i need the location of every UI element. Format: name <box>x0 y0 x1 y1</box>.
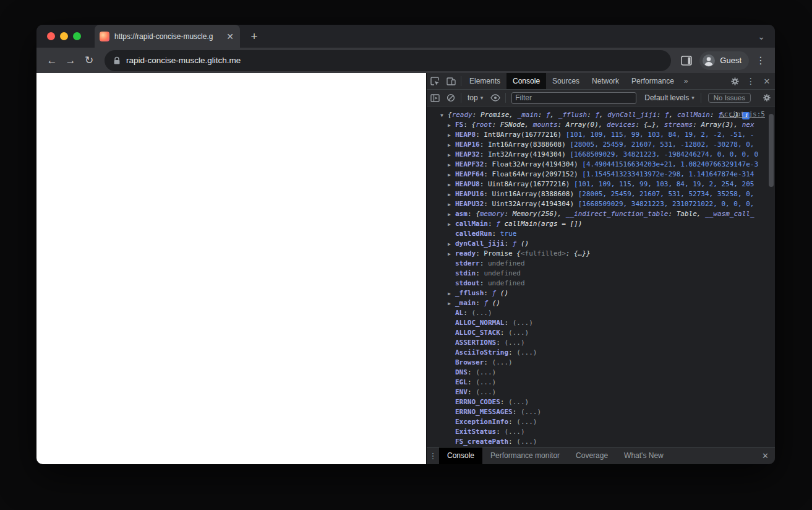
browser-tab[interactable]: https://rapid-concise-muscle.g ✕ <box>95 25 240 48</box>
profile-name: Guest <box>720 56 741 65</box>
devtools-tab-elements[interactable]: Elements <box>463 73 506 89</box>
console-text-segment: : <box>513 408 521 416</box>
console-text-segment: (...) <box>516 438 537 446</box>
console-row: ▶asm: {memory: Memory(256), __indirect_f… <box>427 209 775 219</box>
source-link[interactable]: script.js:5 <box>720 110 765 118</box>
console-text-segment: stdout <box>455 279 480 287</box>
device-toolbar-icon[interactable] <box>443 73 459 89</box>
drawer-tab-coverage[interactable]: Coverage <box>568 447 616 464</box>
log-levels-selector[interactable]: Default levels ▾ <box>640 93 699 102</box>
collapse-arrow-icon[interactable]: ▼ <box>440 111 448 120</box>
back-button[interactable]: ← <box>43 51 61 70</box>
profile-button[interactable]: Guest <box>699 51 749 70</box>
expand-arrow-icon[interactable]: ▶ <box>448 131 455 140</box>
console-filter-input[interactable] <box>511 92 636 104</box>
browser-menu-button[interactable]: ⋮ <box>753 54 769 66</box>
expand-arrow-icon[interactable]: ▶ <box>448 299 455 308</box>
console-text-segment: , <box>669 111 677 119</box>
console-text-segment: : <box>468 388 476 396</box>
devtools-panel: Elements Console Sources Network Perform… <box>426 73 775 464</box>
devtools-close-icon[interactable]: ✕ <box>759 73 775 89</box>
console-text-segment: (...) <box>508 398 529 406</box>
devtools-tab-sources[interactable]: Sources <box>546 73 586 89</box>
minimize-window-button[interactable] <box>60 32 68 40</box>
drawer-close-icon[interactable]: ✕ <box>756 451 775 460</box>
console-text-segment: HEAPF32 <box>455 160 484 168</box>
maximize-window-button[interactable] <box>73 32 81 40</box>
console-row: AL: (...) <box>427 308 775 318</box>
expand-arrow-icon[interactable]: ▶ <box>448 160 455 170</box>
console-text-segment: { <box>516 249 521 257</box>
expand-arrow-icon[interactable]: ▶ <box>448 170 455 179</box>
console-text-segment: calledRun <box>455 230 492 238</box>
console-sidebar-icon[interactable] <box>427 90 443 106</box>
reload-button[interactable]: ↻ <box>80 51 98 70</box>
console-row: EGL: (...) <box>427 378 775 387</box>
tab-search-chevron-icon[interactable]: ⌄ <box>758 32 765 41</box>
context-selector[interactable]: top ▾ <box>463 93 487 102</box>
console-settings-gear-icon[interactable] <box>759 90 775 106</box>
expand-arrow-icon[interactable]: ▶ <box>448 200 455 209</box>
tab-close-icon[interactable]: ✕ <box>225 31 235 42</box>
console-row: ▶ready: Promise {<fulfilled>: {…}} <box>427 249 775 259</box>
toolbar-right-icons: Guest ⋮ <box>677 51 769 70</box>
close-window-button[interactable] <box>47 32 55 40</box>
console-text-segment: : <box>508 348 516 357</box>
address-bar[interactable]: rapid-concise-muscle.glitch.me <box>105 50 671 71</box>
console-text-segment: (...) <box>504 339 524 347</box>
expand-arrow-icon[interactable]: ▶ <box>448 180 455 189</box>
more-tabs-icon[interactable]: » <box>680 77 692 85</box>
drawer-tab-performance-monitor[interactable]: Performance monitor <box>482 447 568 464</box>
expand-arrow-icon[interactable]: ▶ <box>448 210 455 219</box>
expand-arrow-icon[interactable]: ▶ <box>448 240 455 249</box>
expand-arrow-icon[interactable]: ▶ <box>448 121 455 130</box>
console-text-segment: [1668509029, 34821223, 2310721022, 0, 0,… <box>578 200 754 208</box>
console-row: ERRNO_CODES: (...) <box>427 397 775 407</box>
devtools-tab-console[interactable]: Console <box>506 73 546 89</box>
inspect-element-icon[interactable] <box>427 73 443 89</box>
console-text-segment: (...) <box>476 368 496 376</box>
devtools-tab-network[interactable]: Network <box>586 73 625 89</box>
devtools-settings-gear-icon[interactable] <box>727 73 743 89</box>
issues-counter-button[interactable]: No Issues <box>708 93 751 103</box>
expand-arrow-icon[interactable]: ▶ <box>448 220 455 229</box>
console-text-segment: : <box>480 279 488 287</box>
clear-console-icon[interactable] <box>443 90 459 106</box>
console-row: ▶_main: ƒ () <box>427 298 775 308</box>
window-content: Elements Console Sources Network Perform… <box>36 73 775 464</box>
drawer-tab-whats-new[interactable]: What's New <box>616 447 672 464</box>
drawer-menu-kebab-icon[interactable]: ⋮ <box>427 451 439 460</box>
console-text-segment: callMain(args = []) <box>504 220 582 228</box>
expand-arrow-icon[interactable]: ▶ <box>448 249 455 259</box>
console-text-segment: () <box>521 240 529 248</box>
console-text-segment: devices <box>607 121 635 129</box>
console-output-area[interactable]: script.js:5 ▼{ready: Promise, _main: ƒ, … <box>427 106 775 447</box>
forward-button[interactable]: → <box>61 51 80 70</box>
tab-title: https://rapid-concise-muscle.g <box>114 32 220 41</box>
devtools-tab-performance[interactable]: Performance <box>625 73 680 89</box>
console-text-segment: : <box>468 368 476 376</box>
expand-arrow-icon[interactable]: ▶ <box>448 190 455 199</box>
console-text-segment: ERRNO_MESSAGES <box>455 408 513 416</box>
console-row: ▶HEAP8: Int8Array(16777216) [101, 109, 1… <box>427 130 775 140</box>
devtools-menu-kebab-icon[interactable]: ⋮ <box>743 73 759 89</box>
console-text-segment: , <box>599 111 607 119</box>
expand-arrow-icon[interactable]: ▶ <box>448 150 455 160</box>
console-text-segment: : <box>710 111 718 119</box>
console-scrollbar-thumb[interactable] <box>769 114 774 187</box>
console-text-segment: [28005, 25459, 21607, 531, 52734, 35258,… <box>578 190 754 198</box>
side-panel-icon[interactable] <box>677 51 696 70</box>
page-viewport[interactable] <box>36 73 426 464</box>
console-text-segment: __indirect_function_table <box>566 210 669 218</box>
console-text-segment: : FSNode, <box>492 121 533 129</box>
expand-arrow-icon[interactable]: ▶ <box>448 140 455 150</box>
new-tab-button[interactable]: + <box>246 28 262 45</box>
console-text-segment: ENV <box>455 388 468 396</box>
console-text-segment: : <box>508 438 516 446</box>
lock-icon <box>113 56 121 65</box>
console-text-segment: true <box>500 230 517 238</box>
drawer-tab-console[interactable]: Console <box>439 447 482 464</box>
expand-arrow-icon[interactable]: ▶ <box>448 289 455 298</box>
live-expression-eye-icon[interactable] <box>487 90 503 106</box>
console-text-segment: HEAP16 <box>455 140 480 149</box>
